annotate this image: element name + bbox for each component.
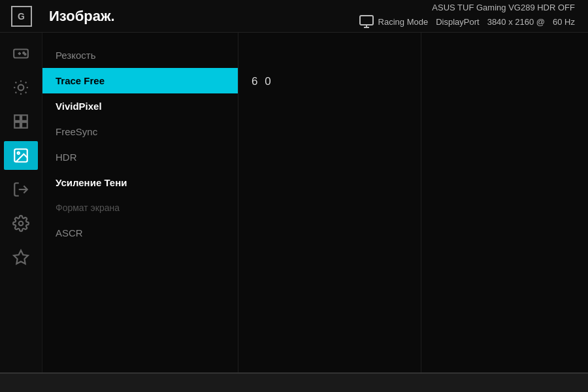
g-label: G xyxy=(18,11,25,22)
mode-label: Racing Mode xyxy=(378,17,429,27)
monitor-icon xyxy=(359,14,374,29)
sidebar-item-favorite[interactable] xyxy=(4,243,38,272)
sidebar-item-brightness[interactable] xyxy=(4,73,38,102)
svg-marker-25 xyxy=(14,250,28,264)
svg-point-7 xyxy=(24,54,25,55)
g-icon-header: G xyxy=(0,6,42,27)
menu-item-shadow[interactable]: Усиление Тени xyxy=(42,170,238,195)
sidebar xyxy=(0,33,42,372)
svg-rect-18 xyxy=(22,115,27,121)
menu-label-tracefree: Trace Free xyxy=(56,75,105,86)
menu-label-freesync: FreeSync xyxy=(56,126,97,137)
svg-line-16 xyxy=(25,82,27,84)
menu-item-ascr[interactable]: ASCR xyxy=(42,220,238,246)
menu-item-sharpness[interactable]: Резкость xyxy=(42,42,238,68)
star-icon xyxy=(12,249,29,266)
sidebar-item-gaming[interactable] xyxy=(4,39,38,68)
sidebar-item-input[interactable] xyxy=(4,175,38,204)
bottom-bar xyxy=(0,372,588,392)
mode-info: Racing Mode xyxy=(359,14,429,29)
image-icon xyxy=(12,147,29,164)
header: G Изображ. ASUS TUF Gaming VG289 HDR OFF… xyxy=(0,0,588,33)
svg-rect-17 xyxy=(14,115,20,121)
header-right: ASUS TUF Gaming VG289 HDR OFF Racing Mod… xyxy=(359,3,575,29)
header-left: G Изображ. xyxy=(0,6,115,27)
refresh-label: 60 Hz xyxy=(553,17,575,27)
svg-rect-19 xyxy=(14,122,20,128)
menu-item-freesync[interactable]: FreeSync xyxy=(42,119,238,144)
svg-line-15 xyxy=(16,92,17,93)
brand-label: ASUS TUF Gaming VG289 HDR OFF xyxy=(432,3,575,12)
menu-item-tracefree[interactable]: Trace Free xyxy=(42,68,238,93)
menu-label-sharpness: Резкость xyxy=(56,50,96,61)
sidebar-item-image[interactable] xyxy=(4,141,38,170)
page-title: Изображ. xyxy=(49,8,115,25)
resolution-label: 3840 x 2160 @ xyxy=(487,17,545,27)
menu-label-hdr: HDR xyxy=(56,152,77,163)
svg-line-11 xyxy=(16,82,17,84)
color-icon xyxy=(12,113,29,130)
settings-icon xyxy=(12,215,29,232)
menu-panel: Резкость Trace Free VividPixel FreeSync … xyxy=(42,33,238,372)
port-label: DisplayPort xyxy=(436,17,479,27)
sidebar-item-color[interactable] xyxy=(4,107,38,136)
menu-label-shadow: Усиление Тени xyxy=(56,177,127,188)
svg-point-22 xyxy=(18,152,20,154)
svg-rect-0 xyxy=(360,16,373,25)
menu-item-vividpixel[interactable]: VividPixel xyxy=(42,93,238,119)
brightness-icon xyxy=(12,79,29,96)
menu-label-ascr: ASCR xyxy=(56,227,83,238)
value-panel: 6 0 xyxy=(238,33,421,372)
svg-line-12 xyxy=(25,92,27,93)
input-icon xyxy=(12,181,29,198)
menu-item-aspect[interactable]: Формат экрана xyxy=(42,195,238,220)
svg-point-8 xyxy=(18,85,24,91)
main-content: Резкость Trace Free VividPixel FreeSync … xyxy=(0,33,588,372)
menu-label-aspect: Формат экрана xyxy=(56,203,120,213)
header-details: Racing Mode DisplayPort 3840 x 2160 @ 60… xyxy=(359,14,575,29)
header-info: ASUS TUF Gaming VG289 HDR OFF Racing Mod… xyxy=(359,3,575,29)
svg-rect-20 xyxy=(22,122,27,128)
g-logo: G xyxy=(11,6,32,27)
tracefree-value: 6 0 xyxy=(252,42,273,88)
menu-item-hdr[interactable]: HDR xyxy=(42,144,238,170)
sidebar-item-settings[interactable] xyxy=(4,209,38,238)
gaming-icon xyxy=(12,45,29,62)
right-panel xyxy=(421,33,588,372)
content-area: Резкость Trace Free VividPixel FreeSync … xyxy=(42,33,588,372)
menu-label-vividpixel: VividPixel xyxy=(56,101,102,112)
svg-point-24 xyxy=(19,221,24,226)
